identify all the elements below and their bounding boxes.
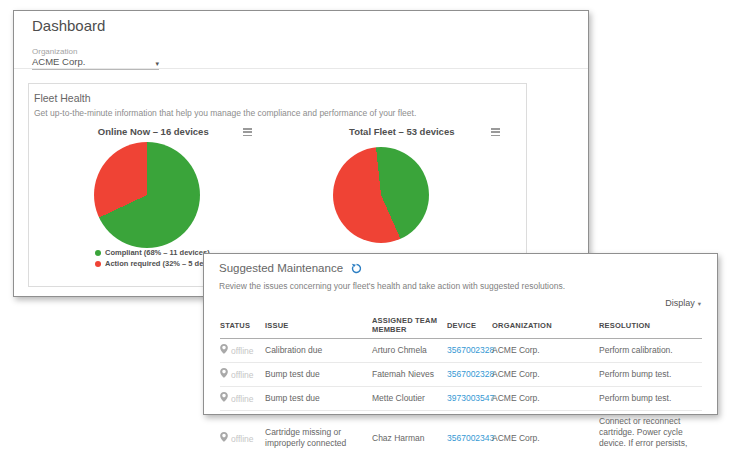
device-cell: 3973003547 [447,387,492,411]
table-row: offlineCartridge missing or improperly c… [220,411,702,450]
chart-title-online-now: Online Now – 16 devices [29,126,278,137]
organization-cell: ACME Corp. [492,339,599,363]
status-cell: offline [220,363,265,387]
issue-cell: Bump test due [265,363,372,387]
organization-cell: ACME Corp. [492,411,599,450]
col-resolution: RESOLUTION [599,314,702,339]
assigned-member-cell: Arturo Chmela [372,339,447,363]
maintenance-table-body: offlineCalibration dueArturo Chmela35670… [220,339,702,450]
chart-menu-icon[interactable] [243,128,252,136]
status-badge: offline [231,394,254,404]
col-issue: ISSUE [265,314,372,339]
organization-selected-value: ACME Corp. [32,56,85,67]
table-header-row: STATUS ISSUE ASSIGNED TEAM MEMBER DEVICE… [220,314,702,339]
device-cell: 3567002328 [447,363,492,387]
maintenance-subtitle: Review the issues concerning your fleet'… [219,281,565,291]
device-link[interactable]: 3567002343 [447,433,494,443]
chart-title-total-fleet: Total Fleet – 53 devices [278,126,527,137]
assigned-member-cell: Fatemah Nieves [372,363,447,387]
header-divider [14,68,588,69]
desktop: Dashboard Organization ACME Corp. ▾ Flee… [0,0,750,450]
page-title: Dashboard [32,17,105,34]
organization-label: Organization [32,47,77,56]
pie-chart-online-now [94,142,200,248]
status-cell: offline [220,339,265,363]
maintenance-title: Suggested Maintenance [219,262,343,274]
maintenance-title-row: Suggested Maintenance [219,262,362,274]
maintenance-table: STATUS ISSUE ASSIGNED TEAM MEMBER DEVICE… [220,314,702,450]
col-device: DEVICE [447,314,492,339]
issue-cell: Bump test due [265,387,372,411]
assigned-member-cell: Mette Cloutier [372,387,447,411]
legend-label: Compliant (68% – 11 devices) [105,248,210,257]
location-pin-icon [220,346,228,356]
col-status: STATUS [220,314,265,339]
fleet-health-title: Fleet Health [34,92,526,104]
status-cell: offline [220,411,265,450]
status-badge: offline [231,370,254,380]
location-pin-icon [220,370,228,380]
status-badge: offline [231,346,254,356]
legend-dot-icon [95,250,101,256]
table-row: offlineCalibration dueArturo Chmela35670… [220,339,702,363]
col-organization: ORGANIZATION [492,314,599,339]
location-pin-icon [220,434,228,444]
suggested-maintenance-window: Suggested Maintenance Review the issues … [203,253,718,415]
organization-cell: ACME Corp. [492,363,599,387]
legend-dot-icon [95,261,101,267]
device-cell: 3567002343 [447,411,492,450]
location-pin-icon [220,394,228,404]
refresh-icon[interactable] [351,263,362,274]
display-dropdown[interactable]: Display▾ [665,298,701,308]
issue-cell: Cartridge missing or improperly connecte… [265,411,372,450]
col-assigned-team-member: ASSIGNED TEAM MEMBER [372,314,447,339]
resolution-cell: Perform calibration. [599,339,702,363]
table-row: offlineBump test dueFatemah Nieves356700… [220,363,702,387]
issue-cell: Calibration due [265,339,372,363]
fleet-health-subtitle: Get up-to-the-minute information that he… [34,108,526,118]
chevron-down-icon: ▾ [698,300,701,307]
status-cell: offline [220,387,265,411]
organization-cell: ACME Corp. [492,387,599,411]
resolution-cell: Perform bump test. [599,387,702,411]
pie-chart-total-fleet [333,147,429,243]
resolution-cell: Perform bump test. [599,363,702,387]
chevron-down-icon: ▾ [155,60,159,67]
device-cell: 3567002328 [447,339,492,363]
table-row: offlineBump test dueMette Cloutier397300… [220,387,702,411]
status-badge: offline [231,434,254,444]
device-link[interactable]: 3567002328 [447,369,494,379]
assigned-member-cell: Chaz Harman [372,411,447,450]
chart-menu-icon[interactable] [491,128,500,136]
device-link[interactable]: 3973003547 [447,393,494,403]
device-link[interactable]: 3567002328 [447,345,494,355]
resolution-cell: Connect or reconnect cartridge. Power cy… [599,411,702,450]
